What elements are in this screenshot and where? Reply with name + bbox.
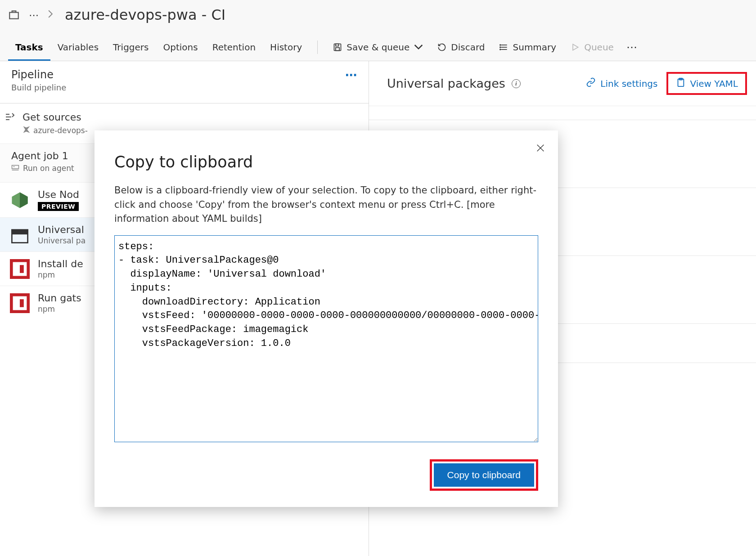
link-icon — [586, 77, 596, 90]
view-yaml-label: View YAML — [690, 78, 738, 89]
dialog-title: Copy to clipboard — [114, 153, 538, 171]
svg-rect-13 — [12, 166, 19, 169]
svg-marker-17 — [20, 192, 28, 208]
svg-point-8 — [500, 47, 500, 48]
task-subtitle: Universal pa — [38, 236, 86, 245]
summary-button[interactable]: Summary — [492, 38, 564, 56]
view-yaml-button[interactable]: View YAML — [672, 76, 742, 91]
yaml-textarea[interactable] — [114, 235, 538, 442]
svg-rect-19 — [12, 230, 27, 234]
task-title: Use Nod — [38, 189, 79, 200]
pipeline-title: Pipeline — [11, 68, 66, 81]
package-icon — [10, 225, 30, 245]
svg-point-9 — [500, 49, 500, 50]
save-queue-button[interactable]: Save & queue — [326, 38, 430, 56]
more-actions-button[interactable]: ⋯ — [621, 41, 643, 54]
task-title: Universal — [38, 224, 86, 235]
sources-title: Get sources — [22, 112, 88, 123]
repo-icon — [22, 126, 31, 135]
agent-icon — [11, 163, 19, 173]
breadcrumb-ellipsis[interactable]: ⋯ — [29, 9, 39, 21]
dialog-description: Below is a clipboard-friendly view of yo… — [114, 184, 538, 226]
svg-rect-22 — [20, 265, 24, 273]
clipboard-icon — [675, 77, 685, 90]
project-icon[interactable] — [8, 9, 20, 21]
npm-icon — [10, 259, 30, 279]
info-icon[interactable]: i — [512, 79, 521, 88]
sources-repo: azure-devops- — [33, 126, 88, 135]
svg-point-7 — [500, 45, 500, 45]
pipeline-more-button[interactable]: ⋯ — [345, 68, 357, 82]
breadcrumb: ⋯ azure-devops-pwa - CI — [0, 0, 756, 33]
task-subtitle: npm — [38, 270, 83, 279]
tab-triggers[interactable]: Triggers — [106, 34, 156, 61]
save-queue-label: Save & queue — [346, 42, 410, 53]
details-title: Universal packages — [387, 76, 505, 90]
preview-badge: PREVIEW — [38, 202, 79, 211]
queue-label: Queue — [584, 42, 614, 53]
svg-rect-25 — [20, 299, 24, 307]
chevron-right-icon — [48, 10, 53, 20]
pipeline-subtitle: Build pipeline — [11, 83, 66, 92]
tab-history[interactable]: History — [263, 34, 309, 61]
tab-options[interactable]: Options — [156, 34, 205, 61]
task-title: Run gats — [38, 292, 81, 304]
svg-rect-2 — [336, 44, 339, 46]
pipeline-header[interactable]: Pipeline Build pipeline ⋯ — [0, 61, 369, 103]
svg-rect-0 — [9, 13, 18, 19]
tab-tasks[interactable]: Tasks — [8, 34, 50, 61]
page-title: azure-devops-pwa - CI — [65, 6, 225, 23]
queue-button: Queue — [563, 38, 621, 56]
tab-retention[interactable]: Retention — [205, 34, 263, 61]
sources-icon — [4, 112, 15, 124]
task-title: Install de — [38, 258, 83, 269]
summary-label: Summary — [513, 42, 557, 53]
discard-button[interactable]: Discard — [430, 38, 492, 56]
agent-subtitle: Run on agent — [23, 164, 74, 173]
link-settings-label: Link settings — [600, 78, 657, 89]
link-settings-button[interactable]: Link settings — [580, 74, 663, 93]
tab-variables[interactable]: Variables — [50, 34, 106, 61]
svg-rect-3 — [336, 47, 339, 50]
task-subtitle: npm — [38, 305, 81, 314]
node-icon — [10, 190, 30, 210]
npm-icon — [10, 293, 30, 313]
discard-label: Discard — [451, 42, 485, 53]
close-button[interactable] — [536, 143, 545, 156]
copy-to-clipboard-button[interactable]: Copy to clipboard — [434, 463, 534, 487]
tab-bar: Tasks Variables Triggers Options Retenti… — [0, 33, 756, 61]
copy-to-clipboard-dialog: Copy to clipboard Below is a clipboard-f… — [94, 130, 558, 507]
divider — [317, 40, 318, 54]
